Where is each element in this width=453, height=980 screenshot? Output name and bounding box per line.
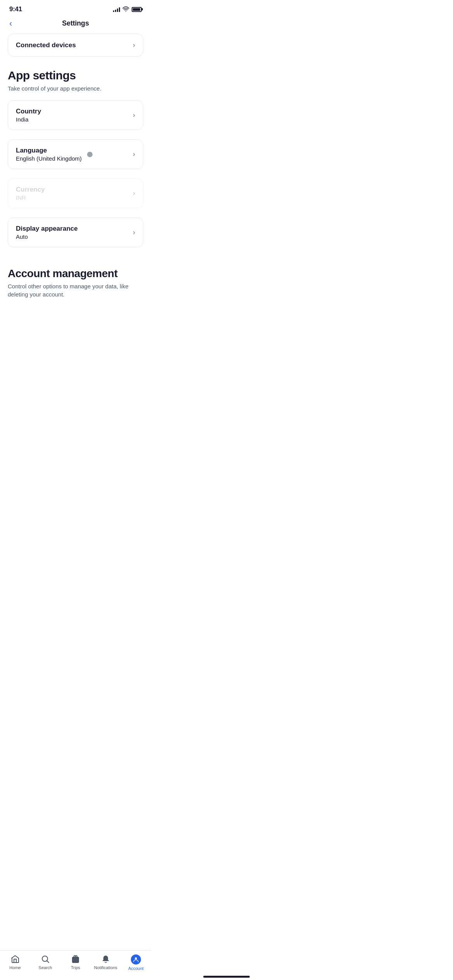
wifi-icon (122, 6, 129, 13)
battery-icon (132, 7, 142, 12)
currency-value: INR (16, 194, 45, 201)
country-item[interactable]: Country India › (8, 100, 143, 130)
svg-point-0 (125, 10, 126, 11)
language-title: Language (16, 147, 82, 154)
currency-item: Currency INR › (8, 178, 143, 208)
account-management-section: Account management Control other options… (8, 267, 143, 298)
currency-title: Currency (16, 186, 45, 194)
connected-devices-label: Connected devices (16, 41, 76, 49)
language-dot (87, 152, 93, 157)
status-time: 9:41 (9, 5, 22, 13)
connected-devices-item[interactable]: Connected devices › (8, 34, 143, 57)
signal-icon (113, 7, 120, 12)
country-title: Country (16, 108, 41, 115)
display-appearance-value: Auto (16, 233, 78, 240)
currency-chevron: › (133, 189, 135, 197)
connected-devices-chevron: › (133, 41, 135, 49)
country-chevron: › (133, 111, 135, 119)
page-title: Settings (62, 19, 89, 27)
display-appearance-chevron: › (133, 228, 135, 236)
account-management-desc: Control other options to manage your dat… (8, 282, 143, 298)
app-settings-cards: Country India › Language English (United… (8, 100, 143, 252)
app-settings-section: App settings Take control of your app ex… (8, 69, 143, 93)
display-appearance-item[interactable]: Display appearance Auto › (8, 218, 143, 247)
language-chevron: › (133, 150, 135, 158)
connected-devices-title: Connected devices (16, 41, 76, 49)
main-content: Connected devices › App settings Take co… (0, 34, 151, 345)
language-value: English (United Kingdom) (16, 155, 82, 162)
header: ‹ Settings (0, 16, 151, 34)
app-settings-desc: Take control of your app experience. (8, 84, 143, 93)
app-settings-title: App settings (8, 69, 143, 82)
status-icons (113, 6, 142, 13)
display-appearance-title: Display appearance (16, 225, 78, 233)
back-button[interactable]: ‹ (8, 17, 14, 30)
language-item[interactable]: Language English (United Kingdom) › (8, 139, 143, 169)
status-bar: 9:41 (0, 0, 151, 16)
country-value: India (16, 116, 41, 123)
account-management-title: Account management (8, 267, 143, 280)
